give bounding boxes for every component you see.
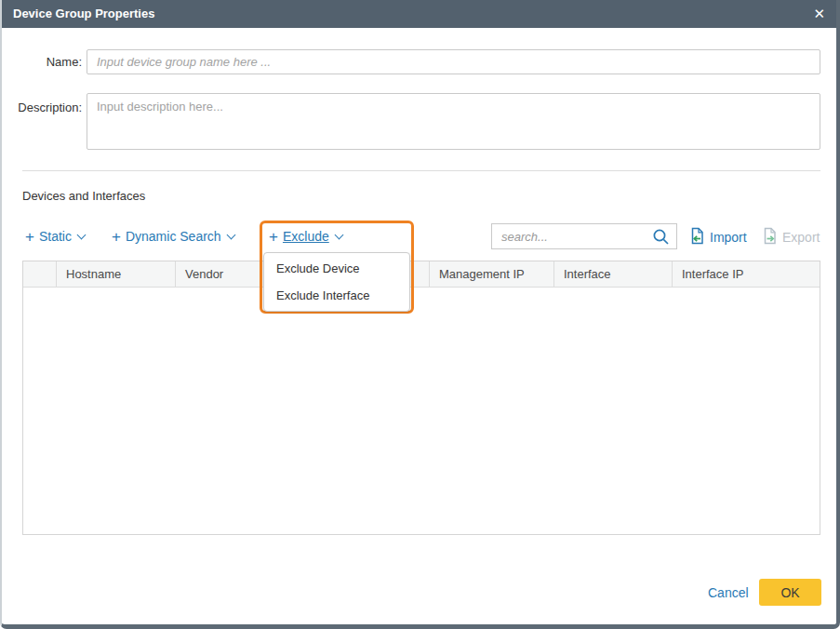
import-label: Import <box>710 230 747 245</box>
exclude-label: Exclude <box>283 229 329 244</box>
column-header-interface[interactable]: Interface <box>554 261 673 287</box>
column-header-hostname[interactable]: Hostname <box>57 261 176 287</box>
export-icon <box>762 227 778 248</box>
static-dropdown-button[interactable]: +Static <box>25 228 85 247</box>
export-label: Export <box>782 230 820 245</box>
dialog-title: Device Group Properties <box>13 0 154 28</box>
chevron-down-icon <box>77 231 87 240</box>
menu-item-exclude-interface[interactable]: Exclude Interface <box>264 282 409 309</box>
ok-button[interactable]: OK <box>759 579 821 606</box>
search-input[interactable] <box>492 224 650 248</box>
search-icon[interactable] <box>651 227 671 250</box>
static-label: Static <box>39 229 72 244</box>
dynamic-search-dropdown-button[interactable]: +Dynamic Search <box>112 228 234 247</box>
column-header-interface-ip[interactable]: Interface IP <box>673 261 820 287</box>
export-button-disabled[interactable]: Export <box>762 227 820 248</box>
plus-icon: + <box>269 228 278 246</box>
import-button[interactable]: Import <box>689 227 747 248</box>
description-label: Description: <box>2 100 82 114</box>
section-title: Devices and Interfaces <box>22 189 145 203</box>
plus-icon: + <box>25 228 34 246</box>
import-icon <box>689 227 705 248</box>
exclude-dropdown-button[interactable]: +Exclude <box>269 228 342 247</box>
exclude-dropdown-menu: Exclude Device Exclude Interface <box>263 252 410 312</box>
cancel-button[interactable]: Cancel <box>708 585 749 600</box>
close-icon[interactable]: ✕ <box>813 0 825 28</box>
chevron-down-icon <box>226 231 235 240</box>
name-input[interactable] <box>87 49 820 74</box>
search-box <box>491 223 677 249</box>
devices-table-body-empty <box>23 288 820 535</box>
devices-table: Hostname Vendor Management IP Interface … <box>22 261 820 535</box>
column-header-management-ip[interactable]: Management IP <box>430 261 554 287</box>
name-label: Name: <box>2 55 82 69</box>
plus-icon: + <box>112 228 121 246</box>
column-header-select[interactable] <box>23 261 57 287</box>
description-input[interactable] <box>87 93 820 150</box>
menu-item-exclude-device[interactable]: Exclude Device <box>264 255 409 282</box>
devices-table-header: Hostname Vendor Management IP Interface … <box>23 261 820 288</box>
section-divider <box>22 170 820 171</box>
dialog-titlebar: Device Group Properties ✕ <box>2 0 836 28</box>
chevron-down-icon <box>334 231 343 240</box>
device-group-properties-dialog: Device Group Properties ✕ Name: Descript… <box>0 0 840 629</box>
dynamic-search-label: Dynamic Search <box>126 229 221 244</box>
